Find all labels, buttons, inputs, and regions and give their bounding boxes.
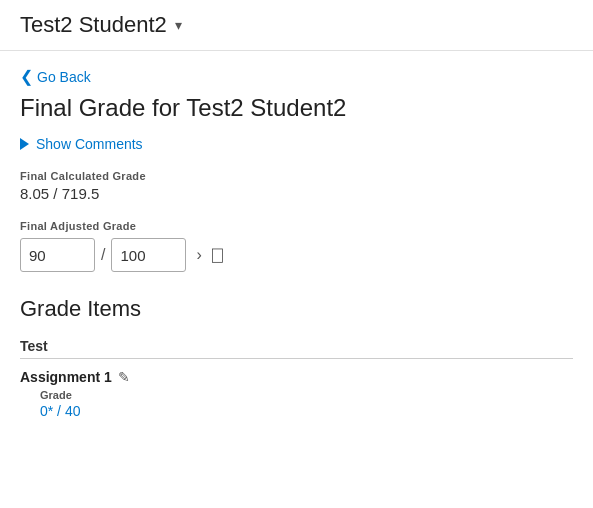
final-adjusted-grade-section: Final Adjusted Grade / › ⎕ [20, 220, 573, 272]
final-calculated-grade-label: Final Calculated Grade [20, 170, 573, 182]
grade-items-title: Grade Items [20, 296, 573, 322]
show-comments-row[interactable]: Show Comments [20, 136, 573, 152]
final-calculated-grade-section: Final Calculated Grade 8.05 / 719.5 [20, 170, 573, 202]
assignment-row: Assignment 1 ✎ [20, 359, 573, 389]
grade-detail-label: Grade [40, 389, 573, 401]
adjusted-grade-denominator-input[interactable] [111, 238, 186, 272]
header-bar: Test2 Student2 ▾ [0, 0, 593, 51]
adjusted-inputs-row: / › ⎕ [20, 238, 573, 272]
triangle-expand-icon [20, 138, 29, 150]
final-adjusted-grade-label: Final Adjusted Grade [20, 220, 573, 232]
main-content: ❮ Go Back Final Grade for Test2 Student2… [0, 51, 593, 435]
student-name-header: Test2 Student2 [20, 12, 167, 38]
assignment-edit-icon[interactable]: ✎ [118, 369, 130, 385]
calculator-icon[interactable]: ⎕ [212, 245, 223, 266]
adjusted-grade-numerator-input[interactable] [20, 238, 95, 272]
grade-items-section: Grade Items Test Assignment 1 ✎ Grade 0*… [20, 296, 573, 419]
show-comments-label: Show Comments [36, 136, 143, 152]
category-name: Test [20, 338, 48, 354]
header-chevron-icon[interactable]: ▾ [175, 17, 182, 33]
go-back-chevron-icon: ❮ [20, 67, 33, 86]
category-test: Test [20, 332, 573, 359]
final-calculated-grade-value: 8.05 / 719.5 [20, 185, 573, 202]
go-back-link[interactable]: ❮ Go Back [20, 67, 573, 86]
slash-divider: / [101, 246, 105, 264]
assignment-name: Assignment 1 [20, 369, 112, 385]
go-back-label: Go Back [37, 69, 91, 85]
grade-detail-value: 0* / 40 [40, 403, 573, 419]
page-title: Final Grade for Test2 Student2 [20, 94, 573, 122]
assignment-details: Grade 0* / 40 [20, 389, 573, 419]
arrow-right-icon: › [196, 246, 201, 264]
